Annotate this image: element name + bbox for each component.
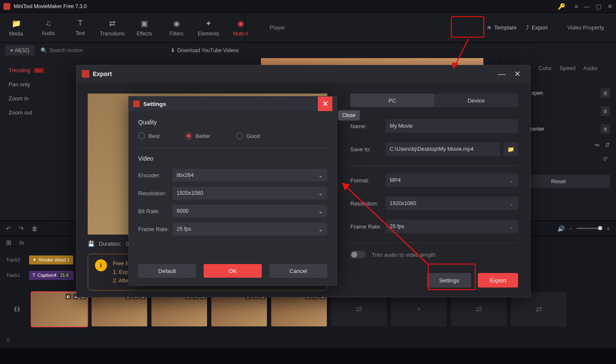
save-path-input[interactable]	[385, 142, 500, 156]
framerate-select[interactable]: 25 fps⌄	[385, 220, 518, 233]
sidebar-item-zoomout[interactable]: Zoom out	[9, 106, 60, 120]
window-maximize[interactable]: ▢	[596, 3, 601, 10]
resolution-select[interactable]: 1920x1080⌄	[385, 197, 518, 210]
format-label: Format:	[350, 177, 385, 184]
settings-framerate-select[interactable]: 25 fps⌄	[172, 223, 327, 235]
settings-button[interactable]: Settings	[427, 273, 471, 288]
export-title: Export	[93, 70, 494, 77]
video-property-label: Video Property	[567, 24, 604, 31]
sidebar-item-zoomin[interactable]: Zoom in	[9, 91, 60, 106]
tab-motion[interactable]: ◉Motion	[225, 13, 257, 43]
zoom-slider[interactable]	[577, 228, 602, 229]
text-icon: T	[78, 19, 83, 28]
media-clip[interactable]: ◐☁▣	[211, 292, 267, 326]
tab-filters[interactable]: ◉Filters	[160, 13, 192, 43]
text-icon: T	[33, 273, 36, 278]
speaker-icon[interactable]: 🔊	[557, 225, 565, 232]
media-slot[interactable]: ⇄	[451, 292, 506, 326]
cancel-button[interactable]: Cancel	[270, 264, 327, 278]
window-minimize[interactable]: —	[584, 3, 590, 10]
app-icon	[133, 100, 140, 107]
delete-icon[interactable]: 🗑	[601, 88, 610, 98]
zoom-in-icon[interactable]: +	[607, 225, 610, 232]
inspector-tab-audio[interactable]: Audio	[583, 65, 597, 75]
redo-icon[interactable]: ↷	[19, 225, 24, 232]
sparkle-icon: ✦	[33, 257, 36, 263]
chevron-down-icon: ⌄	[509, 200, 514, 207]
download-youtube-button[interactable]: ⬇Download YouTube Videos	[171, 47, 239, 53]
media-clip[interactable]: ◐☁▣	[92, 292, 147, 326]
quality-best-radio[interactable]: Best	[138, 132, 160, 139]
undo-icon[interactable]: ↶	[6, 225, 11, 232]
secondary-bar: ▾All(32) 🔍Search motion ⬇Download YouTub…	[0, 43, 616, 58]
name-input[interactable]	[385, 119, 518, 133]
quality-better-radio[interactable]: Better	[185, 132, 210, 139]
export-tab-pc[interactable]: PC	[350, 94, 434, 107]
name-label: Name:	[350, 123, 385, 129]
media-slot[interactable]: ⇄	[511, 292, 566, 326]
browse-button[interactable]: 📁	[503, 142, 518, 156]
clip-caption[interactable]: TCaption421.8	[29, 271, 74, 280]
export-icon: ⤴	[526, 24, 529, 31]
media-slot[interactable]: ⇄	[331, 292, 387, 326]
flip-v-icon[interactable]: ⇵	[605, 141, 610, 148]
settings-title: Settings	[143, 101, 318, 107]
clip-smoke[interactable]: ✦Smoke cloud 1	[29, 255, 73, 264]
flip-h-icon[interactable]: ⇋	[595, 141, 600, 148]
media-clip[interactable]: ◐☁▣	[32, 292, 87, 326]
template-button[interactable]: ≋Template	[487, 24, 517, 31]
film-icon: 🎞	[6, 292, 27, 326]
settings-close-button[interactable]: ✕	[318, 97, 332, 111]
inspector-tab-color[interactable]: Color	[539, 65, 552, 75]
inspector-tab-speed[interactable]: Speed	[560, 65, 576, 75]
chevron-down-icon: ⌄	[509, 223, 514, 230]
tab-text[interactable]: TText	[64, 13, 96, 43]
download-icon: ⬇	[171, 47, 175, 53]
trash-icon[interactable]: 🗑	[32, 225, 38, 232]
duration-label: Duration:	[99, 241, 121, 247]
chevron-down-icon: ⌄	[318, 172, 323, 179]
quality-good-radio[interactable]: Good	[236, 132, 260, 139]
save-label: Save to:	[350, 146, 385, 153]
delete-icon[interactable]: 🗑	[601, 124, 610, 134]
ruler-zero: 0s	[19, 240, 24, 245]
top-toolbar: 📁Media ♫Audio TText ⇄Transitions ▣Effect…	[0, 13, 616, 43]
key-icon[interactable]: 🔑	[558, 3, 565, 10]
chevron-down-icon: ⌄	[509, 177, 514, 184]
sidebar-item-trending[interactable]: TrendingHot	[9, 63, 60, 77]
menu-icon[interactable]: ≡	[575, 3, 578, 10]
media-clip[interactable]: ◐☁▣	[151, 292, 207, 326]
sidebar-item-pan[interactable]: Pan only	[9, 77, 60, 91]
format-select[interactable]: MP4⌄	[385, 173, 518, 187]
quality-heading: Quality	[138, 119, 327, 126]
add-track-icon[interactable]: ⊞	[6, 239, 12, 247]
music-icon: ♫	[45, 19, 51, 28]
dialog-minimize[interactable]: —	[494, 70, 510, 79]
export-tab-device[interactable]: Device	[434, 94, 518, 107]
media-slot[interactable]: +	[391, 292, 447, 326]
encoder-select[interactable]: libx264⌄	[172, 169, 327, 182]
window-close[interactable]: ✕	[607, 3, 613, 10]
all-pill[interactable]: ▾All(32)	[5, 45, 35, 56]
delete-icon[interactable]: 🗑	[601, 106, 610, 116]
tab-audio[interactable]: ♫Audio	[32, 13, 64, 43]
export-button[interactable]: ⤴Export	[526, 24, 548, 31]
export-confirm-button[interactable]: Export	[478, 273, 518, 288]
search-input[interactable]: 🔍Search motion	[41, 47, 83, 53]
tab-transitions[interactable]: ⇄Transitions	[96, 13, 128, 43]
search-icon: 🔍	[41, 47, 47, 53]
tab-elements[interactable]: ✦Elements	[192, 13, 225, 43]
zoom-out-icon[interactable]: −	[569, 225, 572, 232]
dialog-close[interactable]: ✕	[510, 69, 525, 79]
media-clip[interactable]: ◐☁▣	[271, 292, 327, 326]
app-title: MiniTool MovieMaker Free 7.3.0	[14, 3, 558, 9]
settings-resolution-select[interactable]: 1920x1080⌄	[172, 187, 327, 200]
bitrate-select[interactable]: 8000⌄	[172, 205, 327, 217]
ok-button[interactable]: OK	[204, 264, 261, 278]
default-button[interactable]: Default	[138, 264, 196, 278]
save-icon: 💾	[88, 241, 95, 247]
trim-label: Trim audio to video length	[372, 252, 435, 258]
tab-effects[interactable]: ▣Effects	[128, 13, 160, 43]
trim-toggle[interactable]	[350, 251, 366, 258]
tab-media[interactable]: 📁Media	[0, 13, 32, 43]
